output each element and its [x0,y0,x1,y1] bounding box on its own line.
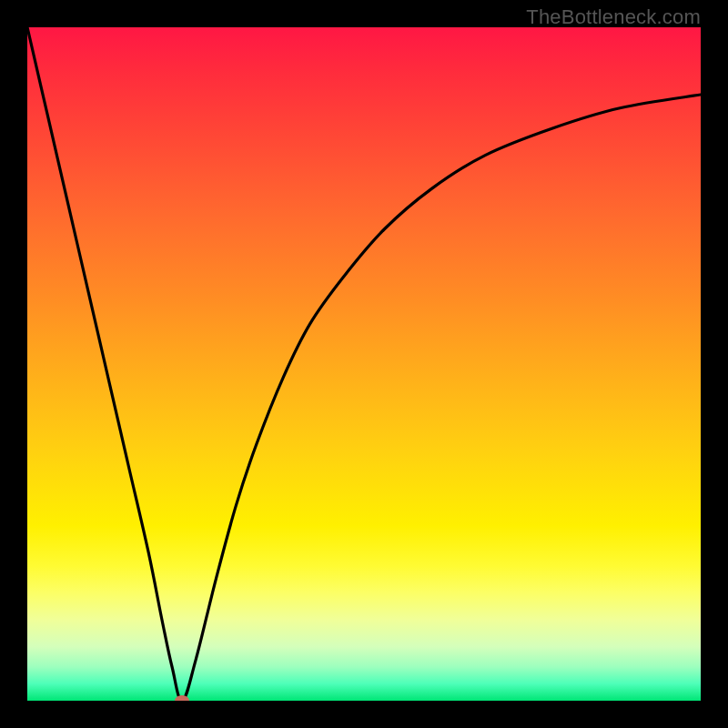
watermark-text: TheBottleneck.com [526,5,701,29]
plot-area [27,27,701,701]
chart-container: TheBottleneck.com [0,0,728,728]
optimum-marker [175,695,189,701]
curve-svg [27,27,701,701]
bottleneck-curve [27,27,701,701]
